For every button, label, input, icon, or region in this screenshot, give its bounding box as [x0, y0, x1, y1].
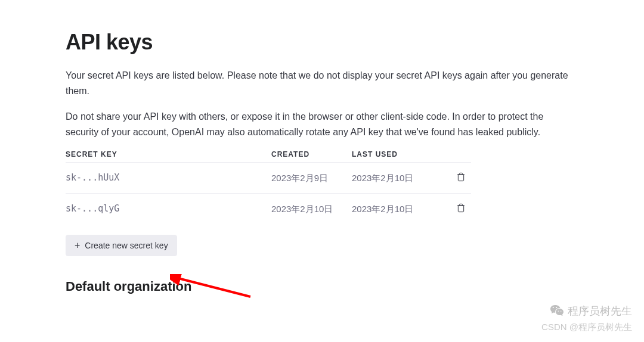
- secret-key-value: sk-...qlyG: [66, 203, 271, 215]
- wechat-watermark: 程序员树先生: [550, 304, 632, 318]
- table-row: sk-...qlyG 2023年2月10日 2023年2月10日: [66, 193, 471, 224]
- description-paragraph-2: Do not share your API key with others, o…: [66, 109, 578, 139]
- column-secret-key: SECRET KEY: [66, 150, 271, 158]
- plus-icon: +: [75, 241, 80, 250]
- table-header: SECRET KEY CREATED LAST USED: [66, 150, 471, 162]
- column-last-used: LAST USED: [352, 150, 438, 158]
- api-keys-table: SECRET KEY CREATED LAST USED sk-...hUuX …: [66, 150, 471, 224]
- trash-icon: [456, 172, 466, 182]
- default-organization-heading: Default organization: [66, 279, 578, 294]
- page-title: API keys: [66, 30, 578, 55]
- secret-key-value: sk-...hUuX: [66, 172, 271, 184]
- wechat-icon: [550, 304, 564, 318]
- last-used-value: 2023年2月10日: [352, 203, 438, 215]
- created-value: 2023年2月10日: [271, 203, 352, 215]
- csdn-watermark: CSDN @程序员树先生: [541, 322, 632, 333]
- trash-icon: [456, 203, 466, 213]
- table-row: sk-...hUuX 2023年2月9日 2023年2月10日: [66, 162, 471, 193]
- column-created: CREATED: [271, 150, 352, 158]
- delete-key-button[interactable]: [454, 201, 468, 217]
- create-new-secret-key-button[interactable]: + Create new secret key: [66, 235, 177, 256]
- last-used-value: 2023年2月10日: [352, 172, 438, 184]
- description-paragraph-1: Your secret API keys are listed below. P…: [66, 68, 578, 98]
- created-value: 2023年2月9日: [271, 172, 352, 184]
- wechat-watermark-text: 程序员树先生: [568, 304, 632, 318]
- create-button-label: Create new secret key: [85, 241, 168, 250]
- delete-key-button[interactable]: [454, 170, 468, 186]
